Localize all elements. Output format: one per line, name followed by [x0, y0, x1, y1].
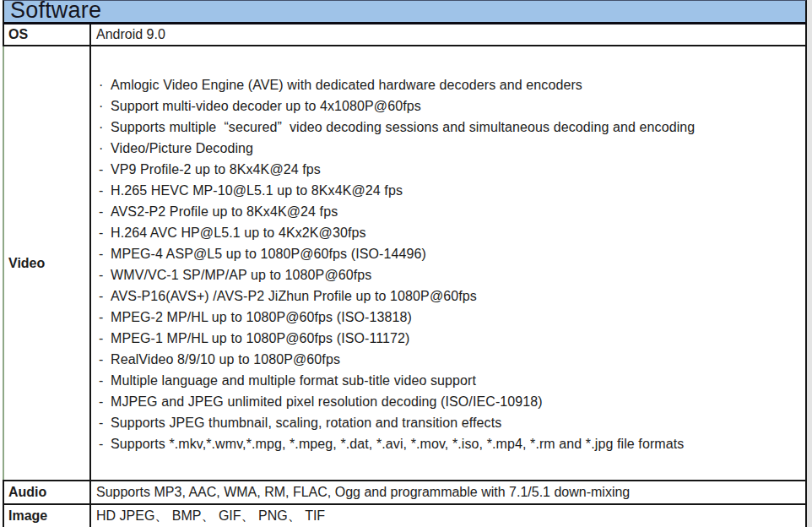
video-line-text: Multiple language and multiple format su… [111, 373, 476, 388]
bullet-marker: · [96, 120, 111, 135]
page-title: Software [4, 0, 101, 22]
audio-label: Audio [3, 481, 91, 503]
video-line: - MJPEG and JPEG unlimited pixel resolut… [96, 391, 805, 412]
bullet-marker: - [96, 331, 111, 346]
video-line-text: Video/Picture Decoding [111, 141, 253, 156]
table-row-image: Image HD JPEG、 BMP、 GIF、 PNG、 TIF [3, 505, 807, 527]
video-line: - VP9 Profile-2 up to 8Kx4K@24 fps [96, 159, 805, 180]
os-label: OS [3, 24, 91, 45]
video-line-text: Amlogic Video Engine (AVE) with dedicate… [111, 78, 582, 93]
video-line-text: Support multi-video decoder up to 4x1080… [111, 99, 421, 114]
right-gutter [807, 0, 812, 527]
bullet-marker: - [96, 247, 111, 262]
bullet-marker: - [96, 352, 111, 367]
bullet-marker: · [96, 141, 111, 156]
video-line-text: Supports multiple “secured” video decodi… [111, 120, 695, 135]
video-line-text: H.265 HEVC MP-10@L5.1 up to 8Kx4K@24 fps [111, 183, 403, 198]
video-line-text: MPEG-2 MP/HL up to 1080P@60fps (ISO-1381… [111, 310, 412, 325]
video-line-text: WMV/VC-1 SP/MP/AP up to 1080P@60fps [111, 268, 371, 283]
table-header-row: Software [3, 0, 807, 24]
video-line: - MPEG-4 ASP@L5 up to 1080P@60fps (ISO-1… [96, 243, 805, 264]
table-row-audio: Audio Supports MP3, AAC, WMA, RM, FLAC, … [3, 481, 807, 505]
video-line: - MPEG-1 MP/HL up to 1080P@60fps (ISO-11… [96, 328, 805, 349]
video-line: · Video/Picture Decoding [96, 138, 805, 159]
video-line-text: MJPEG and JPEG unlimited pixel resolutio… [111, 394, 543, 410]
bullet-marker: - [96, 289, 111, 304]
video-line: - WMV/VC-1 SP/MP/AP up to 1080P@60fps [96, 264, 805, 285]
bullet-marker: · [96, 78, 111, 93]
video-line: - Multiple language and multiple format … [96, 370, 805, 391]
video-line: · Amlogic Video Engine (AVE) with dedica… [96, 74, 805, 95]
bullet-marker: - [96, 416, 111, 431]
image-label: Image [3, 505, 91, 527]
bullet-marker: - [96, 394, 111, 410]
video-line: - MPEG-2 MP/HL up to 1080P@60fps (ISO-13… [96, 307, 805, 328]
bullet-marker: - [96, 310, 111, 325]
bullet-marker: - [96, 225, 111, 241]
image-value: HD JPEG、 BMP、 GIF、 PNG、 TIF [91, 505, 807, 527]
video-line: · Support multi-video decoder up to 4x10… [96, 95, 805, 117]
bullet-marker: · [96, 99, 111, 114]
video-line-text: H.264 AVC HP@L5.1 up to 4Kx2K@30fps [111, 225, 366, 241]
video-line-text: MPEG-4 ASP@L5 up to 1080P@60fps (ISO-144… [111, 247, 426, 262]
video-line-text: Supports JPEG thumbnail, scaling, rotati… [111, 416, 501, 431]
video-line: - Supports JPEG thumbnail, scaling, rota… [96, 412, 805, 433]
video-line-text: RealVideo 8/9/10 up to 1080P@60fps [111, 352, 340, 367]
spec-table: Software OS Android 9.0 Video · Amlogic … [3, 0, 807, 527]
video-line: - Supports *.mkv,*.wmv,*.mpg, *.mpeg, *.… [96, 433, 805, 454]
video-line-text: AVS2-P2 Profile up to 8Kx4K@24 fps [111, 204, 338, 220]
bullet-marker: - [96, 268, 111, 283]
video-lines: · Amlogic Video Engine (AVE) with dedica… [91, 46, 807, 480]
bullet-marker: - [96, 204, 111, 220]
video-line: · Supports multiple “secured” video deco… [96, 117, 805, 138]
audio-value: Supports MP3, AAC, WMA, RM, FLAC, Ogg an… [91, 481, 807, 503]
video-line-text: VP9 Profile-2 up to 8Kx4K@24 fps [111, 162, 321, 177]
video-line: - RealVideo 8/9/10 up to 1080P@60fps [96, 349, 805, 370]
video-label: Video [3, 46, 91, 480]
os-value: Android 9.0 [91, 24, 807, 45]
video-line-text: MPEG-1 MP/HL up to 1080P@60fps (ISO-1117… [111, 331, 410, 346]
page: Software OS Android 9.0 Video · Amlogic … [0, 0, 812, 527]
bullet-marker: - [96, 437, 111, 452]
video-line: - AVS2-P2 Profile up to 8Kx4K@24 fps [96, 201, 805, 222]
table-row-video: Video · Amlogic Video Engine (AVE) with … [3, 46, 807, 481]
bullet-marker: - [96, 373, 111, 388]
table-row-os: OS Android 9.0 [3, 24, 807, 46]
video-line-text: AVS-P16(AVS+) /AVS-P2 JiZhun Profile up … [111, 289, 477, 304]
video-line: - AVS-P16(AVS+) /AVS-P2 JiZhun Profile u… [96, 285, 805, 307]
bullet-marker: - [96, 183, 111, 198]
video-line: - H.264 AVC HP@L5.1 up to 4Kx2K@30fps [96, 222, 805, 243]
video-line: - H.265 HEVC MP-10@L5.1 up to 8Kx4K@24 f… [96, 180, 805, 201]
bullet-marker: - [96, 162, 111, 177]
video-line-text: Supports *.mkv,*.wmv,*.mpg, *.mpeg, *.da… [111, 437, 684, 452]
